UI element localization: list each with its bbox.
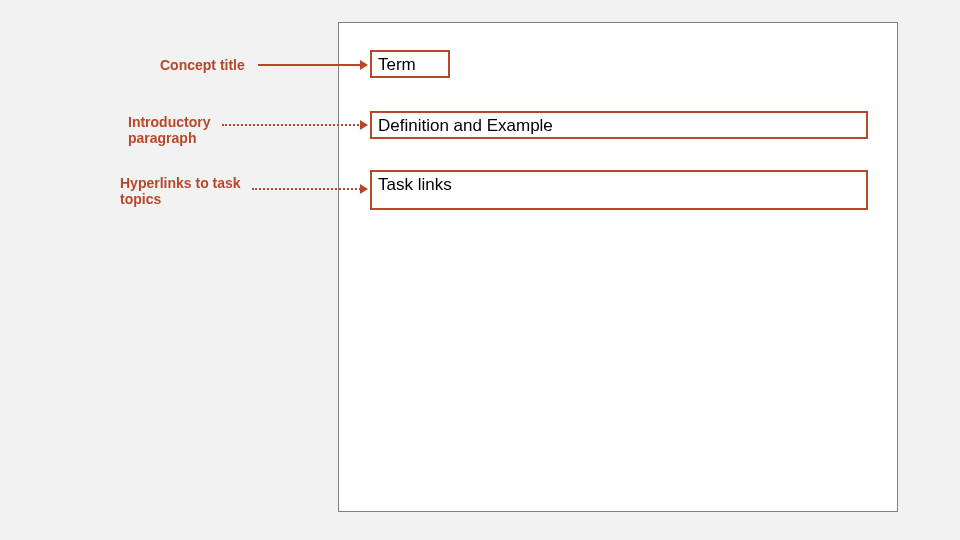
box-definition: Definition and Example <box>370 111 868 139</box>
arrow-dashed <box>222 124 362 126</box>
arrow-head-icon <box>360 184 368 194</box>
arrow-dashed <box>252 188 364 190</box>
arrow-head-icon <box>360 60 368 70</box>
arrow-head-icon <box>360 120 368 130</box>
callout-hyperlinks: Hyperlinks to task topics <box>120 175 260 207</box>
arrow-solid <box>258 64 362 66</box>
callout-intro-paragraph: Introductory paragraph <box>128 114 248 146</box>
box-term: Term <box>370 50 450 78</box>
box-task-links: Task links <box>370 170 868 210</box>
preview-pane <box>338 22 898 512</box>
callout-concept-title: Concept title <box>160 57 245 73</box>
